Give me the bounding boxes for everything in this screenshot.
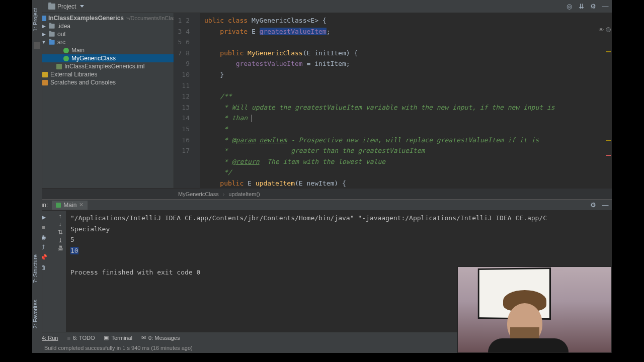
print-button[interactable]: 🖶	[57, 245, 63, 252]
tree-item-out[interactable]: ▶ out	[32, 30, 174, 38]
tree-item-mygeneric[interactable]: MyGenericClass	[32, 54, 174, 62]
error-marker[interactable]	[606, 155, 611, 156]
up-button[interactable]: ↑	[59, 213, 62, 220]
top-toolbar: Project ◎ ⇊ ⚙ —	[32, 0, 612, 13]
tree-item-idea[interactable]: ▶ .idea	[32, 22, 174, 30]
breadcrumb: MyGenericClass › updateItem()	[32, 188, 612, 199]
breadcrumb-method[interactable]: updateItem()	[228, 191, 260, 197]
line-gutter: 1 2 3 4 5 6 7 8 9 10 11 12 13 14 15 16 1…	[174, 13, 194, 188]
breadcrumb-class[interactable]: MyGenericClass	[178, 191, 219, 197]
todo-tool-button[interactable]: ≡ 6: TODO	[67, 335, 95, 341]
library-icon	[42, 72, 48, 77]
iml-icon	[56, 64, 62, 69]
webcam-overlay	[457, 266, 612, 353]
scroll-end-button[interactable]: ⤓	[58, 237, 63, 244]
folder-icon	[48, 4, 55, 10]
soft-wrap-button[interactable]: ⇅	[58, 229, 63, 236]
inspection-eye-icon[interactable]: 👁	[599, 27, 604, 33]
tree-external-libs[interactable]: ▶ External Libraries	[32, 70, 174, 78]
inspection-indicator[interactable]	[606, 27, 611, 32]
left-tool-stripe: 1: Project 7: Structure 2: Favorites	[32, 0, 42, 353]
messages-tool-button[interactable]: ✉ 0: Messages	[141, 334, 180, 341]
source-folder-icon	[49, 40, 54, 45]
tree-root[interactable]: ▼ InClassExamplesGenerics ~/Documents/In…	[32, 14, 174, 22]
project-name: InClassExamplesGenerics	[48, 15, 124, 22]
fold-column[interactable]	[194, 13, 200, 188]
run-tab-main[interactable]: Main ✕	[52, 201, 88, 210]
folder-icon	[49, 24, 54, 29]
structure-tool-button[interactable]: 7: Structure	[32, 254, 38, 283]
project-tool-button[interactable]: 1: Project	[32, 8, 38, 31]
class-icon	[63, 56, 69, 61]
favorites-tool-button[interactable]: 2: Favorites	[32, 300, 38, 328]
main-area: ▼ InClassExamplesGenerics ~/Documents/In…	[32, 13, 612, 188]
code-content[interactable]: ublic class MyGenericClass<E> { private …	[200, 13, 612, 188]
collapse-icon[interactable]: ⇊	[578, 3, 585, 10]
down-button[interactable]: ↓	[59, 221, 62, 228]
run-toolbar-secondary: ↑ ↓ ⇅ ⤓ 🖶	[54, 211, 66, 332]
code-editor[interactable]: 1 2 3 4 5 6 7 8 9 10 11 12 13 14 15 16 1…	[174, 13, 612, 188]
tree-scratches[interactable]: Scratches and Consoles	[32, 78, 174, 86]
warning-marker[interactable]	[606, 51, 611, 52]
status-message: Build completed successfully in 1 s 940 …	[44, 345, 193, 351]
folder-icon	[49, 32, 54, 37]
gear-icon[interactable]: ⚙	[590, 3, 597, 10]
text-caret	[252, 115, 252, 122]
project-path: ~/Documents/InClassE	[126, 15, 174, 21]
target-icon[interactable]: ◎	[566, 3, 573, 10]
project-dropdown[interactable]: Project	[45, 2, 87, 11]
tree-item-main[interactable]: Main	[32, 46, 174, 54]
warning-marker[interactable]	[606, 140, 611, 141]
editor-minimap[interactable]: 👁	[605, 26, 611, 188]
chevron-down-icon	[80, 5, 84, 8]
tree-item-iml[interactable]: InClassExamplesGenerics.iml	[32, 62, 174, 70]
tree-item-src[interactable]: ▼ src	[32, 38, 174, 46]
close-icon[interactable]: ✕	[79, 202, 84, 208]
run-config-icon	[56, 203, 61, 208]
project-label: Project	[57, 3, 76, 10]
gear-icon[interactable]: ⚙	[590, 202, 597, 209]
minimize-icon[interactable]: —	[602, 202, 609, 209]
terminal-tool-button[interactable]: ▣ Terminal	[104, 334, 132, 341]
minimize-icon[interactable]: —	[602, 3, 609, 10]
tool-icon[interactable]	[34, 42, 40, 49]
project-tool-window: ▼ InClassExamplesGenerics ~/Documents/In…	[32, 13, 174, 188]
scratch-icon	[42, 80, 48, 85]
class-icon	[63, 48, 69, 53]
